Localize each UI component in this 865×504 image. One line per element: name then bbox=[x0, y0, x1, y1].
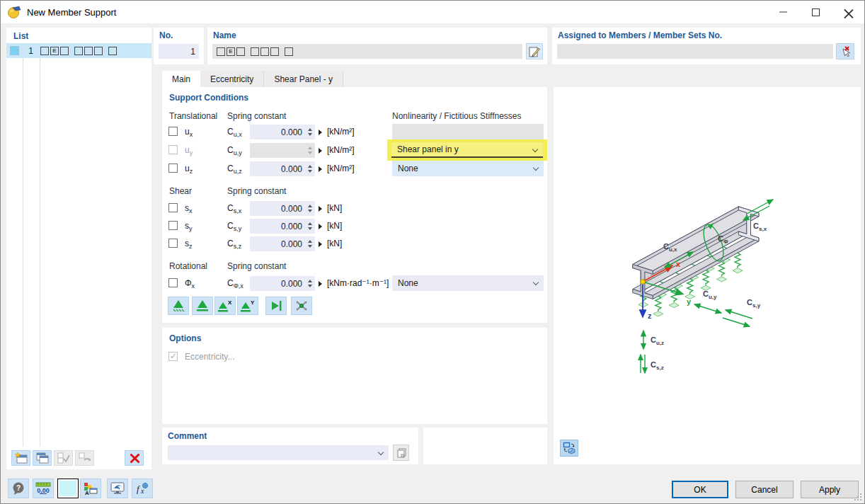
spinner[interactable] bbox=[305, 222, 315, 230]
tab-eccentricity[interactable]: Eccentricity bbox=[200, 71, 264, 87]
checkbox-uz[interactable] bbox=[168, 164, 178, 173]
spinner[interactable] bbox=[305, 128, 315, 136]
detail-arrow-button[interactable] bbox=[319, 148, 322, 154]
help-button[interactable]: ? bbox=[8, 479, 29, 498]
preset-shear-panel-button[interactable] bbox=[265, 297, 287, 315]
detail-arrow-button[interactable] bbox=[319, 166, 322, 172]
input-csx[interactable]: 0.000 bbox=[250, 201, 315, 216]
svg-text:Y: Y bbox=[251, 299, 255, 306]
new-item-button[interactable] bbox=[11, 450, 30, 466]
spinner[interactable] bbox=[305, 280, 315, 287]
spinner[interactable] bbox=[305, 165, 315, 173]
rotational-title: Rotational bbox=[169, 261, 207, 271]
row-ux: ux Cu,x 0.000 [kN/m²] bbox=[162, 124, 547, 139]
checkbox-sx[interactable] bbox=[168, 203, 178, 212]
label-csz: Cs,z bbox=[651, 360, 664, 371]
assigned-label: Assigned to Members / Member Sets No. bbox=[558, 30, 722, 40]
formula-button[interactable]: f x bbox=[132, 479, 153, 498]
list-item[interactable]: 1 E bbox=[6, 43, 151, 58]
preset-support-x-button[interactable]: X bbox=[214, 297, 236, 315]
spinner[interactable] bbox=[305, 205, 315, 212]
detail-arrow-button[interactable] bbox=[319, 241, 322, 247]
apply-button[interactable]: Apply bbox=[801, 481, 859, 498]
options-panel: Options Eccentricity... bbox=[162, 328, 547, 424]
maximize-button[interactable] bbox=[799, 1, 832, 23]
preset-rigid-support-button[interactable] bbox=[192, 297, 213, 315]
rigid-support-icon bbox=[195, 299, 210, 313]
svg-text:A: A bbox=[85, 490, 89, 496]
units-decimal-icon: 0,00 bbox=[35, 481, 52, 496]
clear-selection-button[interactable] bbox=[836, 43, 854, 59]
checkbox-sz[interactable] bbox=[168, 239, 178, 248]
chevron-down-icon bbox=[533, 165, 539, 171]
delete-x-icon bbox=[130, 453, 139, 463]
view-2d3d-icon bbox=[563, 442, 576, 454]
input-csz[interactable]: 0.000 bbox=[250, 236, 315, 251]
input-cuz[interactable]: 0.000 bbox=[250, 161, 315, 176]
resize-grip[interactable] bbox=[854, 493, 862, 501]
tab-main[interactable]: Main bbox=[162, 71, 200, 87]
deselect-all-button bbox=[75, 450, 94, 466]
unit-cphix: [kNm·rad⁻¹·m⁻¹] bbox=[327, 278, 389, 288]
nonlinearity-phix-dropdown[interactable]: None bbox=[392, 275, 544, 291]
rename-button[interactable] bbox=[526, 43, 543, 59]
title-bar[interactable]: New Member Support bbox=[1, 1, 864, 23]
label-sy: sy bbox=[185, 221, 193, 232]
chevron-down-icon bbox=[532, 147, 538, 152]
spinner[interactable] bbox=[305, 240, 315, 248]
label-axis-z: z bbox=[648, 311, 652, 320]
ok-button[interactable]: OK bbox=[672, 481, 728, 498]
name-input[interactable]: E bbox=[212, 44, 522, 59]
cancel-button[interactable]: Cancel bbox=[735, 481, 794, 498]
label-csy: Cs,y bbox=[227, 221, 241, 232]
checkbox-phix[interactable] bbox=[168, 278, 178, 287]
detail-arrow-button[interactable] bbox=[319, 224, 322, 229]
input-cuy bbox=[250, 143, 315, 158]
uncheck-icon bbox=[78, 452, 92, 464]
comment-dropdown[interactable] bbox=[168, 445, 389, 460]
tab-shear-panel-y[interactable]: Shear Panel - y bbox=[264, 71, 343, 87]
nonlinearity-uy-dropdown[interactable]: Shear panel in y bbox=[391, 142, 543, 158]
comment-copy-button[interactable] bbox=[393, 445, 409, 461]
input-csy[interactable]: 0.000 bbox=[250, 219, 315, 234]
spacer-box bbox=[423, 428, 547, 464]
label-ux: ux bbox=[185, 127, 193, 138]
row-sx: sx Cs,x 0.000 [kN] bbox=[162, 200, 547, 216]
preset-remove-supports-button[interactable] bbox=[291, 297, 312, 315]
cursor-clear-icon bbox=[839, 45, 852, 58]
support-y-icon: Y bbox=[239, 299, 256, 313]
preset-elastic-support-button[interactable] bbox=[168, 297, 189, 315]
shear-title: Shear bbox=[169, 186, 192, 196]
nonlinearity-uz-dropdown[interactable]: None bbox=[392, 161, 544, 176]
minimize-button bbox=[767, 1, 799, 23]
input-cphix[interactable]: 0.000 bbox=[250, 276, 315, 291]
options-title: Options bbox=[169, 333, 201, 343]
no-value-field[interactable]: 1 bbox=[159, 44, 199, 59]
copy-item-button[interactable] bbox=[33, 450, 52, 466]
fx-formula-icon: f x bbox=[134, 481, 150, 496]
assigned-input[interactable] bbox=[557, 44, 833, 59]
row-sz: sz Cs,z 0.000 [kN] bbox=[162, 236, 547, 251]
display-properties-button[interactable]: A bbox=[80, 479, 101, 498]
input-cux[interactable]: 0.000 bbox=[250, 125, 315, 139]
unit-csz: [kN] bbox=[327, 239, 342, 248]
checkbox-sy[interactable] bbox=[168, 221, 178, 230]
units-settings-button[interactable]: 0,00 bbox=[33, 479, 54, 498]
detail-arrow-button[interactable] bbox=[319, 206, 322, 212]
shear-spring-header: Spring constant bbox=[227, 186, 286, 196]
current-color-swatch bbox=[59, 481, 76, 496]
color-button[interactable] bbox=[57, 479, 79, 498]
detail-arrow-button[interactable] bbox=[319, 130, 322, 135]
shear-panel-icon bbox=[268, 299, 284, 313]
label-axis-y: y bbox=[687, 297, 692, 306]
close-button[interactable] bbox=[832, 1, 864, 23]
row-uy: uy Cu,y [kN/m²] Shear panel in y bbox=[162, 142, 547, 158]
checkbox-ux[interactable] bbox=[168, 127, 178, 136]
delete-item-button[interactable] bbox=[125, 450, 144, 466]
detail-arrow-button[interactable] bbox=[319, 281, 322, 287]
apply-to-graphics-button[interactable] bbox=[107, 479, 128, 498]
name-label: Name bbox=[213, 30, 236, 40]
view-toggle-button[interactable] bbox=[560, 440, 578, 457]
new-window-icon bbox=[14, 452, 28, 464]
preset-support-y-button[interactable]: Y bbox=[237, 297, 258, 315]
